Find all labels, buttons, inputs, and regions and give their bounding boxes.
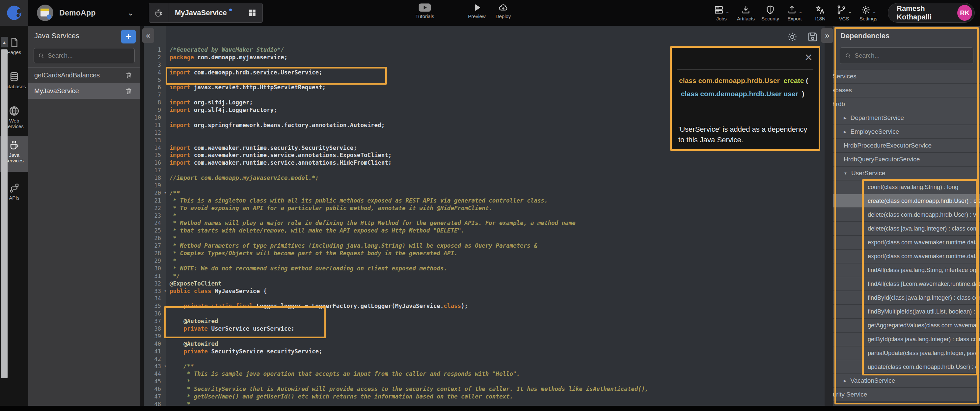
code-line: * getUserName() and getUserId() etc whic… xyxy=(170,393,648,400)
open-file-tab[interactable]: MyJavaService xyxy=(149,3,263,23)
chevron-right-icon[interactable]: ▶ xyxy=(844,116,846,120)
preview-icon xyxy=(472,3,482,13)
line-number: 20▾ xyxy=(144,190,165,197)
code-line: @Autowired xyxy=(170,340,648,348)
popup-message: 'UserService' is added as a dependency t… xyxy=(678,124,810,145)
web-services-icon xyxy=(9,105,20,116)
dependency-node-services[interactable]: Services xyxy=(833,70,980,84)
dependency-node-partialupdate[interactable]: partialUpdate(class java.lang.Integer, j… xyxy=(833,346,980,360)
dependency-label: VacationService xyxy=(850,377,895,384)
code-line: import com.demoapp.hrdb.service.UserServ… xyxy=(170,69,648,76)
artifacts-icon xyxy=(741,5,751,15)
java-service-name: getCardsAndBalances xyxy=(34,72,100,79)
dependency-node-employeeservice[interactable]: ▶EmployeeService xyxy=(833,125,980,139)
dependency-node-count[interactable]: count(class java.lang.String) : long xyxy=(833,180,980,194)
code-line: import com.wavemaker.runtime.service.ann… xyxy=(170,159,648,167)
topbar-action-settings[interactable]: ⌄Settings xyxy=(854,3,883,21)
collapse-left-panel-button[interactable]: « xyxy=(142,28,154,43)
fold-icon[interactable]: ▾ xyxy=(164,287,166,295)
databases-icon xyxy=(9,71,20,82)
line-number: 3 xyxy=(144,61,165,69)
java-service-item-MyJavaService[interactable]: MyJavaService xyxy=(28,83,140,99)
dependency-node-getbyid[interactable]: getById(class java.lang.Integer) : class… xyxy=(833,333,980,346)
delete-service-icon[interactable] xyxy=(125,87,133,95)
code-line: * This is a singleton class with all its… xyxy=(170,197,648,204)
java-service-item-getCardsAndBalances[interactable]: getCardsAndBalances xyxy=(28,67,140,83)
code-line: * Method Parameters of type primitives (… xyxy=(170,242,648,250)
dependency-node-export[interactable]: export(class com.wavemaker.runtime.data xyxy=(833,250,980,263)
dependency-node-delete[interactable]: delete(class com.demoapp.hrdb.User) : vo… xyxy=(833,208,980,222)
dependency-node-findall[interactable]: findAll(class [Lcom.wavemaker.runtime.da… xyxy=(833,277,980,291)
dependency-node-security-service[interactable]: Security Service xyxy=(833,388,980,402)
dependency-node-findall[interactable]: findAll(class java.lang.String, interfac… xyxy=(833,263,980,277)
save-icon[interactable] xyxy=(807,31,819,43)
dependency-node-getaggregatedvalues[interactable]: getAggregatedValues(class com.wavemak xyxy=(833,319,980,333)
dependency-node-export[interactable]: export(class com.wavemaker.runtime.data xyxy=(833,236,980,250)
code-line: * To avoid exposing an API for a particu… xyxy=(170,204,648,212)
avatar: RK xyxy=(957,5,972,21)
expand-right-panel-button[interactable]: » xyxy=(821,28,833,43)
dependency-node-create[interactable]: create(class com.demoapp.hrdb.User) : cl… xyxy=(833,194,980,208)
delete-service-icon[interactable] xyxy=(125,72,133,80)
search-input[interactable] xyxy=(854,52,969,59)
editor-settings-icon[interactable] xyxy=(786,31,798,43)
bottom-edge xyxy=(0,406,980,411)
user-menu[interactable]: Ramesh Kothapalli RK xyxy=(888,3,975,23)
line-number: 25 xyxy=(144,227,165,234)
line-number: 23 xyxy=(144,212,165,220)
dependency-label: partialUpdate(class java.lang.Integer, j… xyxy=(868,350,980,357)
java-services-search[interactable] xyxy=(33,48,135,63)
code-line: import org.slf4j.Logger; xyxy=(170,99,648,107)
line-number: 16 xyxy=(144,159,165,167)
dependency-node-departmentservice[interactable]: ▶DepartmentService xyxy=(833,111,980,125)
line-number: 44 xyxy=(144,370,165,378)
scrollbar-thumb[interactable] xyxy=(1,49,8,378)
chevron-down-icon[interactable]: ▼ xyxy=(844,171,847,175)
dependency-node-findbymultipleids[interactable]: findByMultipleIds(java.util.List, boolea… xyxy=(833,305,980,319)
topbar-action-label: Settings xyxy=(859,16,877,21)
topbar-action-label: Jobs xyxy=(716,16,727,21)
grid-icon[interactable] xyxy=(242,3,262,22)
topbar-action-tutorials[interactable]: Tutorials xyxy=(408,3,441,19)
dependency-node-findbyid[interactable]: findById(class java.lang.Integer) : clas… xyxy=(833,291,980,305)
chevron-right-icon[interactable]: ▶ xyxy=(844,130,846,134)
chevron-right-icon[interactable]: ▶ xyxy=(844,379,846,383)
dependency-node-update[interactable]: update(class com.demoapp.hrdb.User) : cl xyxy=(833,360,980,374)
line-number: 34 xyxy=(144,295,165,302)
dependency-node-hrdbprocedureexecutorservice[interactable]: HrdbProcedureExecutorService xyxy=(833,139,980,153)
close-icon[interactable]: ✕ xyxy=(805,52,813,63)
scrollbar-up-button[interactable]: ▲ xyxy=(1,37,8,48)
code-line: //import com.demoapp.myjavaservice.model… xyxy=(170,174,648,182)
topbar-action-label: Security xyxy=(761,16,779,21)
dependency-node-databases[interactable]: Databases xyxy=(833,84,980,97)
dependency-node-delete[interactable]: delete(class java.lang.Integer) : class … xyxy=(833,222,980,236)
line-number: 36 xyxy=(144,310,165,317)
dependency-label: export(class com.wavemaker.runtime.data xyxy=(868,239,979,246)
topbar-action-deploy[interactable]: Deploy xyxy=(487,3,520,19)
topbar-action-label: Artifacts xyxy=(737,16,755,21)
line-number: 7 xyxy=(144,91,165,99)
wavemaker-logo[interactable] xyxy=(0,0,28,26)
code-line: * SecurityService that is Autowired will… xyxy=(170,385,648,393)
dependency-label: findAll(class [Lcom.wavemaker.runtime.da… xyxy=(868,280,980,287)
search-input[interactable] xyxy=(48,52,130,59)
fold-icon[interactable]: ▾ xyxy=(164,363,166,370)
topbar-action-export[interactable]: ⌄Export xyxy=(780,3,809,21)
line-number: 26 xyxy=(144,234,165,242)
line-number: 24 xyxy=(144,219,165,227)
dependency-node-hrdb[interactable]: hrdb xyxy=(833,97,980,111)
app-name: DemoApp xyxy=(59,8,96,18)
fold-icon[interactable]: ▾ xyxy=(164,190,166,197)
code-line xyxy=(170,333,648,340)
chevron-down-icon[interactable]: ⌄ xyxy=(127,8,134,18)
apis-icon xyxy=(9,182,20,194)
add-java-service-button[interactable] xyxy=(121,30,136,43)
line-number: 12 xyxy=(144,129,165,137)
line-number: 5 xyxy=(144,76,165,84)
code-line: * Method names will play a major role in… xyxy=(170,219,648,227)
dependencies-search[interactable] xyxy=(840,48,974,64)
dependency-node-hrdbqueryexecutorservice[interactable]: HrdbQueryExecutorService xyxy=(833,153,980,167)
dependency-node-userservice[interactable]: ▼UserService xyxy=(833,167,980,180)
dependency-node-vacationservice[interactable]: ▶VacationService xyxy=(833,374,980,388)
app-switcher[interactable]: DemoApp ⌄ xyxy=(37,0,134,26)
